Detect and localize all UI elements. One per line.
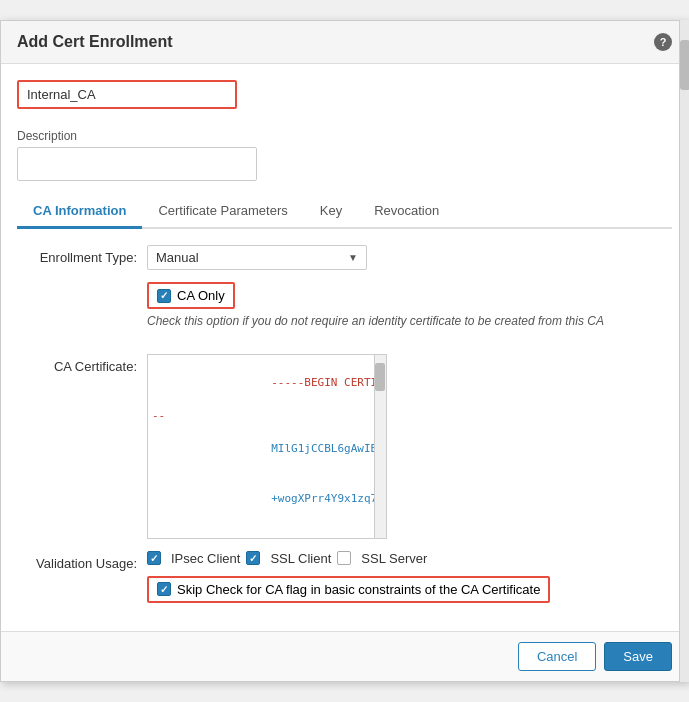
validation-checkboxes: IPsec Client SSL Client SSL Server: [147, 551, 672, 566]
skip-check-label: Skip Check for CA flag in basic constrai…: [177, 582, 540, 597]
tab-ca-information[interactable]: CA Information: [17, 195, 142, 229]
ssl-client-checkbox[interactable]: [246, 551, 260, 565]
add-cert-enrollment-dialog: Add Cert Enrollment ? Description CA Inf…: [0, 20, 689, 682]
dialog-footer: Cancel Save: [1, 631, 688, 681]
ca-only-hint: Check this option if you do not require …: [147, 313, 672, 330]
ca-only-label-spacer: [17, 282, 147, 287]
cert-line-4: qhkiG9w0BAQsFADBK: [152, 524, 370, 539]
description-input[interactable]: [17, 147, 257, 181]
enrollment-type-label: Enrollment Type:: [17, 245, 147, 265]
tab-revocation[interactable]: Revocation: [358, 195, 455, 229]
name-input[interactable]: [19, 82, 235, 107]
cert-line-1: --: [152, 408, 370, 425]
dialog-scrollbar-track: [679, 20, 689, 682]
ca-certificate-content: -----BEGIN CERTIFICATE----- -- MIlG1jCCB…: [147, 354, 672, 539]
validation-usage-label: Validation Usage:: [17, 551, 147, 571]
save-button[interactable]: Save: [604, 642, 672, 671]
validation-ipsec-client: IPsec Client: [147, 551, 240, 566]
ipsec-client-label: IPsec Client: [171, 551, 240, 566]
cert-scrollbar-track: [375, 354, 387, 539]
cert-line-0: -----BEGIN CERTIFICATE-----: [152, 359, 370, 409]
enrollment-type-content: Manual ▼: [147, 245, 672, 270]
dialog-title: Add Cert Enrollment: [17, 33, 173, 51]
validation-usage-row: Validation Usage: IPsec Client SSL Clien…: [17, 551, 672, 603]
cert-outer-wrapper: -----BEGIN CERTIFICATE----- -- MIlG1jCCB…: [147, 354, 387, 539]
skip-check-wrapper[interactable]: Skip Check for CA flag in basic constrai…: [147, 576, 550, 603]
name-field-wrapper: [17, 80, 672, 119]
ssl-server-checkbox[interactable]: [337, 551, 351, 565]
skip-check-checkbox[interactable]: [157, 582, 171, 596]
validation-ssl-server: SSL Server: [337, 551, 427, 566]
ca-only-checkbox[interactable]: [157, 289, 171, 303]
ca-only-content: CA Only Check this option if you do not …: [147, 282, 672, 342]
enrollment-type-dropdown[interactable]: Manual ▼: [147, 245, 367, 270]
enrollment-type-value: Manual: [156, 250, 199, 265]
help-icon[interactable]: ?: [654, 33, 672, 51]
ca-only-label: CA Only: [177, 288, 225, 303]
cert-line-3: +wogXPrr4Y9x1zq7eDANBgk: [152, 474, 370, 524]
ssl-client-label: SSL Client: [270, 551, 331, 566]
cert-scrollbar-thumb[interactable]: [375, 363, 385, 391]
cancel-button[interactable]: Cancel: [518, 642, 596, 671]
cert-line-2: MIlG1jCCBL6gAwIBAgIQQAFu: [152, 425, 370, 475]
tab-key[interactable]: Key: [304, 195, 358, 229]
ipsec-client-checkbox[interactable]: [147, 551, 161, 565]
dialog-scrollbar-thumb[interactable]: [680, 40, 689, 90]
validation-usage-content: IPsec Client SSL Client SSL Server: [147, 551, 672, 603]
description-field-wrapper: Description: [17, 129, 672, 181]
tabs-bar: CA Information Certificate Parameters Ke…: [17, 195, 672, 229]
tab-content-ca-information: Enrollment Type: Manual ▼ CA Onl: [17, 229, 672, 603]
dialog-container: Add Cert Enrollment ? Description CA Inf…: [0, 20, 689, 682]
name-input-border: [17, 80, 237, 109]
ca-only-row: CA Only Check this option if you do not …: [17, 282, 672, 342]
tab-certificate-parameters[interactable]: Certificate Parameters: [142, 195, 303, 229]
ca-only-wrapper[interactable]: CA Only: [147, 282, 235, 309]
ssl-server-label: SSL Server: [361, 551, 427, 566]
enrollment-type-row: Enrollment Type: Manual ▼: [17, 245, 672, 270]
ca-certificate-row: CA Certificate: -----BEGIN CERTIFICATE--…: [17, 354, 672, 539]
dropdown-arrow-icon: ▼: [348, 252, 358, 263]
dialog-body: Description CA Information Certificate P…: [1, 64, 688, 631]
validation-ssl-client: SSL Client: [246, 551, 331, 566]
dialog-header: Add Cert Enrollment ?: [1, 21, 688, 64]
ca-certificate-label: CA Certificate:: [17, 354, 147, 374]
ca-certificate-textarea[interactable]: -----BEGIN CERTIFICATE----- -- MIlG1jCCB…: [147, 354, 375, 539]
description-label: Description: [17, 129, 672, 143]
